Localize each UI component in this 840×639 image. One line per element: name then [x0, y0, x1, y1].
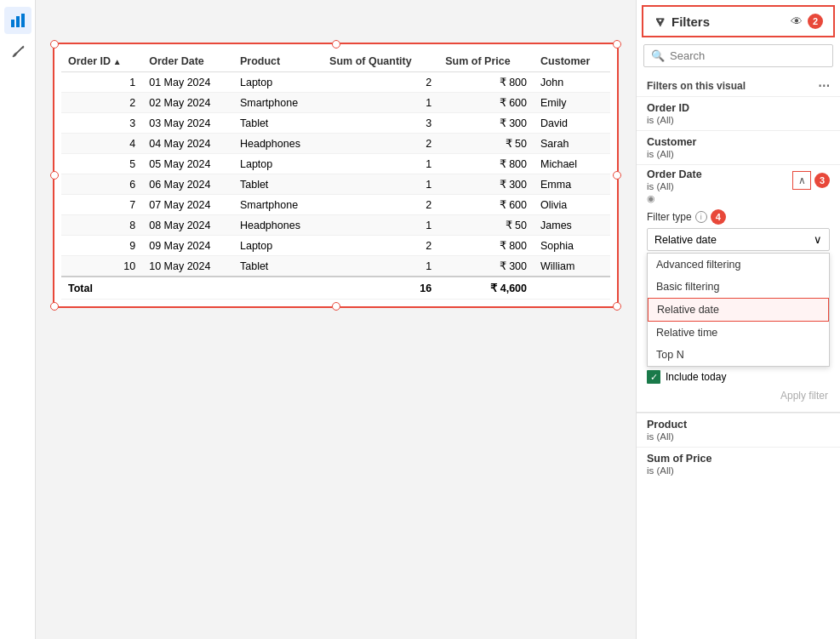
info-icon: i [695, 211, 707, 223]
cell-customer: Sarah [534, 134, 610, 154]
cell-qty: 1 [323, 154, 438, 174]
search-box[interactable]: 🔍 [643, 44, 833, 67]
filter-customer-title: Customer [647, 136, 830, 148]
col-header-product[interactable]: Product [233, 51, 323, 72]
search-input[interactable] [670, 49, 826, 62]
cell-id: 5 [61, 154, 142, 174]
cell-id: 8 [61, 215, 142, 236]
cell-price: ₹ 600 [438, 195, 534, 215]
apply-filter-button[interactable]: Apply filter [780, 390, 828, 402]
cell-qty: 2 [323, 195, 438, 215]
col-header-orderid[interactable]: Order ID [61, 51, 142, 72]
cell-product: Headphones [233, 215, 323, 236]
handle-tr [613, 40, 621, 48]
handle-ml [50, 171, 59, 180]
filter-item-orderid: Order ID is (All) [637, 96, 840, 130]
footer-label: Total [61, 277, 142, 300]
cell-product: Headphones [233, 134, 323, 154]
search-icon: 🔍 [651, 49, 665, 62]
filter-type-dropdown[interactable]: Relative date ∨ [647, 228, 830, 251]
svg-rect-2 [21, 14, 25, 27]
filters-eye-icon[interactable]: 👁 [791, 14, 803, 28]
filter-header-icon: ⛛ [654, 14, 666, 29]
cell-product: Smartphone [233, 93, 323, 113]
cell-price: ₹ 800 [438, 72, 534, 93]
table-row: 1 01 May 2024 Laptop 2 ₹ 800 John [61, 72, 610, 93]
filters-more-icon[interactable]: ⋯ [818, 79, 830, 93]
data-table: Order ID Order Date Product Sum of Quant… [61, 51, 610, 300]
cell-customer: Olivia [534, 195, 610, 215]
cell-customer: Michael [534, 154, 610, 174]
cell-price: ₹ 800 [438, 154, 534, 174]
cell-product: Tablet [233, 256, 323, 277]
cell-date: 08 May 2024 [142, 215, 233, 236]
cell-date: 10 May 2024 [142, 256, 233, 277]
col-header-sumqty[interactable]: Sum of Quantity [323, 51, 438, 72]
handle-mr [613, 171, 621, 180]
col-header-orderdate[interactable]: Order Date [142, 51, 233, 72]
table-row: 2 02 May 2024 Smartphone 1 ₹ 600 Emily [61, 93, 610, 113]
cell-product: Tablet [233, 113, 323, 134]
handle-bl [50, 302, 59, 311]
cell-customer: William [534, 256, 610, 277]
cell-price: ₹ 50 [438, 134, 534, 154]
expand-badge-group: ∧ 3 [792, 171, 830, 190]
filter-sumprice-title: Sum of Price [647, 453, 830, 465]
cell-qty: 2 [323, 72, 438, 93]
col-header-sumprice[interactable]: Sum of Price [438, 51, 534, 72]
cell-customer: Emily [534, 93, 610, 113]
cell-customer: Emma [534, 174, 610, 195]
cell-date: 01 May 2024 [142, 72, 233, 93]
table-container: Order ID Order Date Product Sum of Quant… [53, 43, 619, 308]
cell-date: 09 May 2024 [142, 236, 233, 256]
include-today-checkbox[interactable]: ✓ [647, 370, 660, 384]
filter-type-label: Filter type [647, 211, 692, 223]
right-panel: ⛛ Filters 👁 2 🔍 Filters on this visual ⋯… [636, 0, 840, 639]
table-row: 6 06 May 2024 Tablet 1 ₹ 300 Emma [61, 174, 610, 195]
table-row: 7 07 May 2024 Smartphone 2 ₹ 600 Olivia [61, 195, 610, 215]
filter-item-customer: Customer is (All) [637, 130, 840, 164]
cell-customer: David [534, 113, 610, 134]
cell-id: 1 [61, 72, 142, 93]
cell-date: 07 May 2024 [142, 195, 233, 215]
footer-total-price: ₹ 4,600 [438, 277, 534, 300]
col-header-customer[interactable]: Customer [534, 51, 610, 72]
apply-filter-row: Apply filter [647, 385, 830, 407]
orderdate-badge-3: 3 [814, 173, 830, 188]
handle-br [613, 302, 621, 311]
chevron-up-icon: ∧ [798, 174, 806, 186]
option-relative-time[interactable]: Relative time [648, 322, 829, 344]
option-advanced-filtering[interactable]: Advanced filtering [648, 254, 829, 276]
filter-item-product: Product is (All) [637, 413, 840, 447]
option-basic-filtering[interactable]: Basic filtering [648, 276, 829, 298]
cell-price: ₹ 300 [438, 113, 534, 134]
paint-brush-sidebar-icon[interactable] [4, 37, 31, 65]
cell-date: 04 May 2024 [142, 134, 233, 154]
bar-chart-sidebar-icon[interactable] [4, 7, 31, 34]
cell-product: Laptop [233, 236, 323, 256]
option-relative-date[interactable]: Relative date [648, 298, 829, 322]
filter-type-badge-4: 4 [711, 209, 726, 225]
filter-product-sub: is (All) [647, 431, 830, 442]
cell-id: 6 [61, 174, 142, 195]
cell-qty: 1 [323, 174, 438, 195]
cell-customer: Sophia [534, 236, 610, 256]
cell-qty: 1 [323, 256, 438, 277]
handle-tm [332, 40, 340, 48]
table-row: 10 10 May 2024 Tablet 1 ₹ 300 William [61, 256, 610, 277]
filter-orderdate-title: Order Date [647, 168, 702, 180]
cell-date: 06 May 2024 [142, 174, 233, 195]
option-top-n[interactable]: Top N [648, 344, 829, 366]
cell-price: ₹ 300 [438, 174, 534, 195]
filter-orderid-title: Order ID [647, 102, 830, 114]
cell-id: 10 [61, 256, 142, 277]
filter-orderid-sub: is (All) [647, 115, 830, 125]
cell-qty: 2 [323, 236, 438, 256]
handle-tl [50, 40, 59, 48]
table-row: 5 05 May 2024 Laptop 1 ₹ 800 Michael [61, 154, 610, 174]
svg-rect-0 [11, 20, 14, 27]
cell-id: 4 [61, 134, 142, 154]
expand-orderdate-btn[interactable]: ∧ [792, 171, 811, 190]
filters-section-title: Filters on this visual [647, 80, 746, 92]
dropdown-menu: Advanced filtering Basic filtering Relat… [647, 253, 830, 367]
